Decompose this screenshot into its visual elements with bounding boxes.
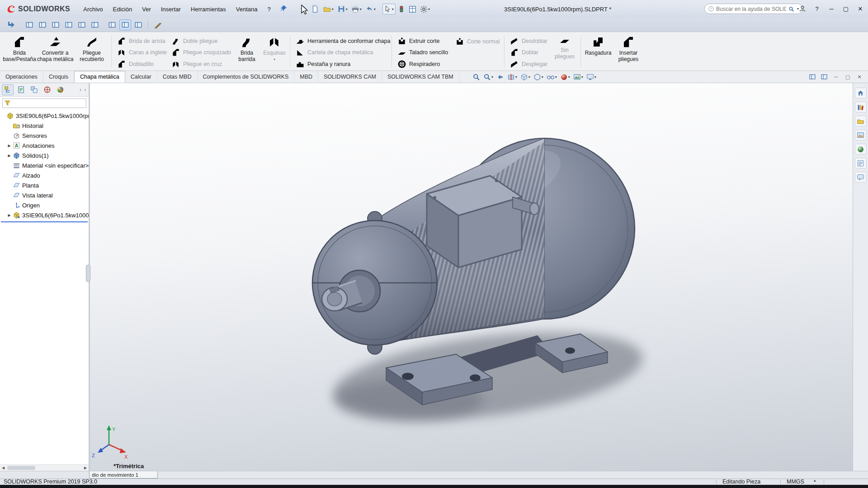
graphics-viewport[interactable]: Y X Z *Trimétrica bbox=[90, 83, 853, 471]
design-library-icon[interactable] bbox=[855, 102, 867, 113]
ribbon-button-desdoblar[interactable]: Desdoblar bbox=[507, 36, 551, 47]
viewport-layout-icon-7[interactable] bbox=[106, 19, 118, 30]
scrollbar-thumb[interactable] bbox=[7, 466, 35, 470]
view-settings-icon[interactable]: ▾ bbox=[585, 72, 598, 82]
menu-archivo[interactable]: Archivo bbox=[78, 4, 108, 14]
caret-down-icon[interactable]: ▾ bbox=[542, 75, 543, 79]
model-3d-motor[interactable]: Y X Z bbox=[90, 83, 853, 471]
tab-cotas-mbd[interactable]: Cotas MBD bbox=[157, 71, 198, 83]
tab-complementos[interactable]: Complementos de SOLIDWORKS bbox=[198, 71, 295, 83]
expand-arrow-icon[interactable]: ▶ bbox=[6, 154, 12, 158]
ribbon-button-rasgadura[interactable]: Rasgadura bbox=[584, 33, 613, 70]
caret-down-icon[interactable]: ▾ bbox=[515, 75, 517, 79]
ribbon-button-caras-inglete[interactable]: Caras a inglete bbox=[114, 47, 168, 58]
caret-down-icon[interactable]: ▾ bbox=[374, 7, 376, 11]
resources-home-icon[interactable] bbox=[855, 88, 867, 99]
search-icon[interactable] bbox=[788, 6, 794, 12]
panel-tabs-scroll-right[interactable]: › bbox=[84, 87, 87, 92]
open-button[interactable]: ▾ bbox=[321, 4, 335, 14]
previous-view-icon[interactable] bbox=[495, 72, 505, 82]
tree-item-planta[interactable]: Planta bbox=[0, 180, 89, 190]
panel-horizontal-scrollbar[interactable]: ◀ ▶ bbox=[0, 465, 89, 471]
print-button[interactable]: ▾ bbox=[350, 4, 363, 14]
file-explorer-icon[interactable] bbox=[855, 116, 867, 127]
caret-down-icon[interactable]: ▾ bbox=[428, 7, 430, 11]
undo-button[interactable]: ▾ bbox=[364, 4, 377, 14]
ribbon-button-desplegar[interactable]: Desplegar bbox=[507, 59, 551, 70]
custom-properties-icon[interactable] bbox=[855, 158, 867, 169]
window-minimize-button[interactable]: ─ bbox=[825, 3, 838, 14]
view-palette-icon[interactable] bbox=[855, 130, 867, 141]
status-units[interactable]: MMGS bbox=[787, 479, 804, 485]
viewport-layout-icon-3[interactable] bbox=[50, 19, 61, 30]
sketch-exit-arrow-icon[interactable] bbox=[5, 19, 17, 30]
expand-arrow-icon[interactable]: ▶ bbox=[6, 213, 12, 217]
menu-ayuda[interactable]: ? bbox=[263, 4, 276, 14]
caret-down-icon[interactable]: ▾ bbox=[360, 7, 362, 11]
caret-down-icon[interactable]: ▾ bbox=[581, 75, 583, 79]
ribbon-button-taladro-sencillo[interactable]: Taladro sencillo bbox=[395, 47, 452, 58]
zoom-area-icon[interactable]: ▾ bbox=[482, 72, 495, 82]
help-search-box[interactable]: ? ▾ bbox=[704, 4, 803, 14]
caret-down-icon[interactable]: ▾ bbox=[555, 75, 557, 79]
doc-close-icon[interactable]: ✕ bbox=[854, 72, 864, 81]
forum-icon[interactable] bbox=[855, 172, 867, 183]
pane-right-icon[interactable] bbox=[819, 72, 829, 81]
measure-tool-icon[interactable] bbox=[152, 19, 164, 30]
display-style-icon[interactable]: ▾ bbox=[532, 72, 545, 82]
pane-left-icon[interactable] bbox=[807, 72, 817, 81]
panel-tabs-scroll-left[interactable]: ‹ bbox=[79, 87, 82, 92]
viewport-layout-icon-1[interactable] bbox=[24, 19, 35, 30]
ribbon-button-cartela-chapa[interactable]: Cartela de chapa metálica bbox=[293, 47, 389, 58]
ribbon-button-conformar-chapa[interactable]: Herramienta de conformar chapa bbox=[293, 36, 389, 47]
ribbon-button-insertar-pliegues[interactable]: Insertar pliegues bbox=[613, 33, 643, 70]
property-manager-tab[interactable] bbox=[15, 84, 27, 95]
ribbon-button-brida-arista[interactable]: Brida de arista bbox=[114, 36, 168, 47]
tab-chapa-metalica[interactable]: Chapa metálica bbox=[74, 71, 125, 83]
ribbon-button-extruir-corte[interactable]: Extruir corte bbox=[395, 36, 452, 47]
viewport-layout-icon-active[interactable] bbox=[119, 19, 131, 30]
tab-croquis[interactable]: Croquis bbox=[43, 71, 74, 83]
ribbon-button-brida-base[interactable]: Brida base/Pestaña bbox=[4, 33, 35, 70]
doc-minimize-icon[interactable]: ─ bbox=[831, 72, 841, 81]
new-document-button[interactable] bbox=[310, 4, 321, 14]
hide-show-items-icon[interactable]: ▾ bbox=[545, 72, 558, 82]
zoom-fit-icon[interactable] bbox=[471, 72, 481, 82]
menu-edicion[interactable]: Edición bbox=[108, 4, 137, 14]
tree-item-solidos[interactable]: ▶ Sólidos(1) bbox=[0, 150, 89, 160]
scroll-right-arrow[interactable]: ▶ bbox=[82, 465, 89, 471]
help-icon[interactable]: ? bbox=[810, 3, 824, 14]
viewport-layout-icon-6[interactable] bbox=[89, 19, 101, 30]
ribbon-button-doblar[interactable]: Doblar bbox=[507, 47, 551, 58]
rebuild-button[interactable] bbox=[396, 4, 406, 14]
tab-calcular[interactable]: Calcular bbox=[125, 71, 157, 83]
tab-operaciones[interactable]: Operaciones bbox=[0, 71, 43, 83]
menu-herramientas[interactable]: Herramientas bbox=[186, 4, 231, 14]
menu-insertar[interactable]: Insertar bbox=[156, 4, 186, 14]
tree-item-origen[interactable]: Origen bbox=[0, 200, 89, 210]
caret-down-icon[interactable]: ▾ bbox=[528, 75, 530, 79]
expand-arrow-icon[interactable]: ▶ bbox=[6, 144, 12, 148]
doc-restore-icon[interactable]: ▢ bbox=[843, 72, 853, 81]
ribbon-button-respiradero[interactable]: Respiradero bbox=[395, 59, 452, 70]
ribbon-button-esquinas[interactable]: Esquinas ▾ bbox=[262, 33, 287, 70]
view-orientation-icon[interactable]: ▾ bbox=[519, 72, 532, 82]
viewport-layout-icon-5[interactable] bbox=[76, 19, 88, 30]
pin-menu-icon[interactable] bbox=[280, 5, 287, 14]
panel-splitter-grip[interactable] bbox=[86, 265, 90, 282]
tree-item-historial[interactable]: Historial bbox=[0, 121, 89, 131]
units-caret-icon[interactable]: ▴ bbox=[814, 478, 816, 483]
tree-filter-input[interactable] bbox=[12, 100, 84, 106]
dimxpert-manager-tab[interactable] bbox=[41, 84, 53, 95]
save-button[interactable]: ▾ bbox=[336, 4, 349, 14]
tree-item-alzado[interactable]: Alzado bbox=[0, 170, 89, 180]
viewport-layout-icon-8[interactable] bbox=[132, 19, 144, 30]
ribbon-button-dobladillo[interactable]: Dobladillo bbox=[114, 59, 168, 70]
ribbon-button-pestana-ranura[interactable]: Pestaña y ranura bbox=[293, 59, 389, 70]
tab-solidworks-cam-tbm[interactable]: SOLIDWORKS CAM TBM bbox=[382, 71, 459, 83]
window-maximize-button[interactable]: ▢ bbox=[839, 3, 853, 14]
display-options-button[interactable] bbox=[407, 4, 418, 14]
caret-down-icon[interactable]: ▾ bbox=[594, 75, 596, 79]
tab-mbd[interactable]: MBD bbox=[294, 71, 318, 83]
appearances-icon[interactable] bbox=[855, 144, 867, 155]
